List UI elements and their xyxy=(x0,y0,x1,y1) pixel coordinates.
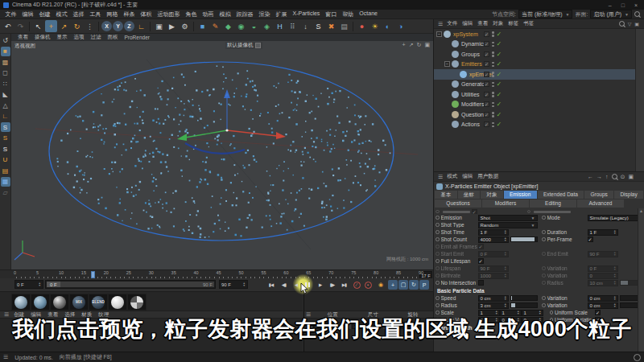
am-back-icon[interactable]: ← xyxy=(588,174,593,179)
key-parameter-button[interactable]: P xyxy=(419,280,429,290)
expander-icon[interactable]: − xyxy=(436,31,442,37)
move-tool-icon[interactable]: + xyxy=(45,20,57,32)
folder-icon[interactable]: ▤ xyxy=(338,20,350,32)
live-selection-icon[interactable]: ↖ xyxy=(32,20,44,32)
enabled-check-icon[interactable]: ✓ xyxy=(497,111,502,118)
material-7[interactable] xyxy=(128,294,146,310)
vp-rotate-icon[interactable]: ↻ xyxy=(417,42,422,48)
am-forward-icon[interactable]: → xyxy=(597,174,602,179)
undo-icon[interactable]: ↶ xyxy=(2,20,14,32)
menu-item[interactable]: 工具 xyxy=(87,10,104,19)
menu-item[interactable]: 帮助 xyxy=(340,10,357,19)
visibility-dots-icon[interactable] xyxy=(492,82,494,88)
vp-toggle-icon[interactable]: ▣ xyxy=(424,42,430,48)
octane-liveviewer-icon[interactable]: ◑ xyxy=(394,20,407,32)
stepper-Radius[interactable]: 3 cm▲▼ xyxy=(478,302,509,309)
edges-mode-icon[interactable]: ◣ xyxy=(1,90,10,100)
render-settings-icon[interactable]: ⚙ xyxy=(179,20,191,32)
stepper-Lifespan[interactable]: 90 F▲▼ xyxy=(478,265,509,272)
polygons-mode-icon[interactable]: △ xyxy=(1,101,10,110)
dropdown-Mode[interactable]: Simulate (Legacy)▼ xyxy=(588,215,638,221)
enabled-check-icon[interactable]: ✓ xyxy=(497,31,502,38)
goto-end-button[interactable]: ▶▮ xyxy=(339,280,349,290)
vp-pan-icon[interactable]: + xyxy=(402,42,406,48)
search-icon[interactable] xyxy=(634,11,640,17)
anim-dot-icon[interactable] xyxy=(542,303,546,307)
stepper-arrows-icon[interactable]: ▲▼ xyxy=(39,282,41,287)
tree-item-Utilities[interactable]: Utilities✓✓ xyxy=(434,89,636,100)
attribute-menu-item[interactable]: 用户数据 xyxy=(475,173,501,180)
anim-dot-icon[interactable] xyxy=(542,281,546,285)
volume-icon[interactable]: ◒ xyxy=(248,20,260,32)
am-up-icon[interactable]: ↑ xyxy=(605,174,609,179)
timeline-start-field[interactable]: 0 F▲▼ xyxy=(14,280,43,289)
node-space-select[interactable]: 当前 (标准/物理)▼ xyxy=(518,10,573,19)
anim-dot-icon[interactable] xyxy=(436,266,440,270)
tree-item-Modifiers[interactable]: Modifiers✓✓ xyxy=(434,100,636,110)
object-manager-menu-item[interactable]: 对象 xyxy=(490,20,506,27)
object-manager-menu-item[interactable]: 标签 xyxy=(506,20,521,27)
primitive-cube-icon[interactable]: ■ xyxy=(196,20,208,32)
viewport-menu-item[interactable]: 查看 xyxy=(14,34,31,41)
layer-checkbox[interactable]: ✓ xyxy=(484,81,489,87)
menu-item[interactable]: 渲染 xyxy=(256,10,273,19)
tab-Advanced[interactable]: Advanced xyxy=(577,200,624,208)
layer-checkbox[interactable]: ✓ xyxy=(484,61,489,67)
menu-item[interactable]: 运动图形 xyxy=(155,10,183,19)
tab-Modifiers[interactable]: Modifiers xyxy=(482,200,529,208)
visibility-dots-icon[interactable] xyxy=(492,31,494,37)
enabled-check-icon[interactable]: ✓ xyxy=(497,60,502,68)
menu-item[interactable]: 模式 xyxy=(53,10,70,19)
sound-icon[interactable]: S xyxy=(312,20,324,32)
octane-render-icon[interactable]: ● xyxy=(356,20,368,32)
layer-checkbox[interactable]: ✓ xyxy=(484,112,489,117)
playhead[interactable] xyxy=(91,271,95,278)
visibility-dots-icon[interactable] xyxy=(492,42,494,47)
lock-workplane-icon[interactable]: ▱ xyxy=(1,187,10,197)
lock-y-axis-icon[interactable]: Y xyxy=(113,21,123,31)
viewport-menu-item[interactable]: 面板 xyxy=(105,34,122,41)
attribute-menu-item[interactable]: 模式 xyxy=(444,173,460,180)
menu-item[interactable]: Octane xyxy=(357,10,381,19)
hair-icon[interactable]: H xyxy=(274,20,286,32)
tree-item-Actions[interactable]: Actions✓✓ xyxy=(434,120,636,130)
range-start-handle[interactable]: 0 F xyxy=(47,282,60,287)
stepper-Duration[interactable]: 1 F▲▼ xyxy=(588,229,618,236)
material-2[interactable] xyxy=(31,294,49,310)
viewport[interactable]: 查看摄像机显示选项过滤面板ProRender 透视视图 默认摄像机 +↗↻▣ 网… xyxy=(11,34,433,269)
layer-checkbox[interactable]: ✓ xyxy=(484,31,489,37)
layer-checkbox[interactable]: ✓ xyxy=(484,121,489,127)
enabled-check-icon[interactable]: ✓ xyxy=(497,80,502,88)
object-manager-menu-item[interactable]: 查看 xyxy=(475,20,490,27)
close-button[interactable]: × xyxy=(634,2,638,8)
menu-item[interactable]: 角色 xyxy=(183,10,200,19)
anim-dot-icon[interactable] xyxy=(436,245,440,249)
tree-item-Emitters[interactable]: −Emitters✓✓ xyxy=(434,60,636,70)
tab-Display[interactable]: Display xyxy=(614,191,643,199)
menu-item[interactable]: 动画 xyxy=(200,10,217,19)
redo-icon[interactable]: ↷ xyxy=(14,20,27,32)
checkbox-Per-Frame[interactable]: ✓ xyxy=(588,237,593,242)
deformer-icon[interactable]: ◉ xyxy=(235,20,247,32)
object-manager-menu-item[interactable]: 编辑 xyxy=(460,20,475,27)
menu-item[interactable]: 选择 xyxy=(70,10,87,19)
stepper-arrows-icon[interactable]: ▲▼ xyxy=(243,282,246,287)
object-manager-menu-item[interactable]: 文件 xyxy=(444,20,460,27)
menu-item[interactable]: 扩展 xyxy=(273,10,290,19)
interface-select[interactable]: 启动 (用户)▼ xyxy=(590,10,632,19)
stepper-Variation[interactable]: 0 cm▲▼ xyxy=(588,302,618,309)
layer-checkbox[interactable]: ✓ xyxy=(484,72,489,77)
stepper-Variation[interactable]: 0 F▲▼ xyxy=(588,265,618,272)
menu-item[interactable]: 样条 xyxy=(121,10,138,19)
checkbox-No Intersection[interactable] xyxy=(478,280,484,286)
points-mode-icon[interactable]: ∷ xyxy=(1,79,10,88)
anim-dot-icon[interactable] xyxy=(542,252,546,256)
attribute-menu-item[interactable]: 编辑 xyxy=(460,173,475,180)
menu-item[interactable]: 模拟 xyxy=(217,10,233,19)
make-editable-icon[interactable]: ↺ xyxy=(1,35,10,45)
tree-item-xpSystem[interactable]: −xpSystem✓✓ xyxy=(434,29,636,39)
anim-dot-icon[interactable] xyxy=(436,274,440,278)
menu-item[interactable]: 体积 xyxy=(138,10,155,19)
vp-zoom-icon[interactable]: ↗ xyxy=(409,42,414,48)
rotate-tool-icon[interactable]: ↻ xyxy=(71,20,83,32)
